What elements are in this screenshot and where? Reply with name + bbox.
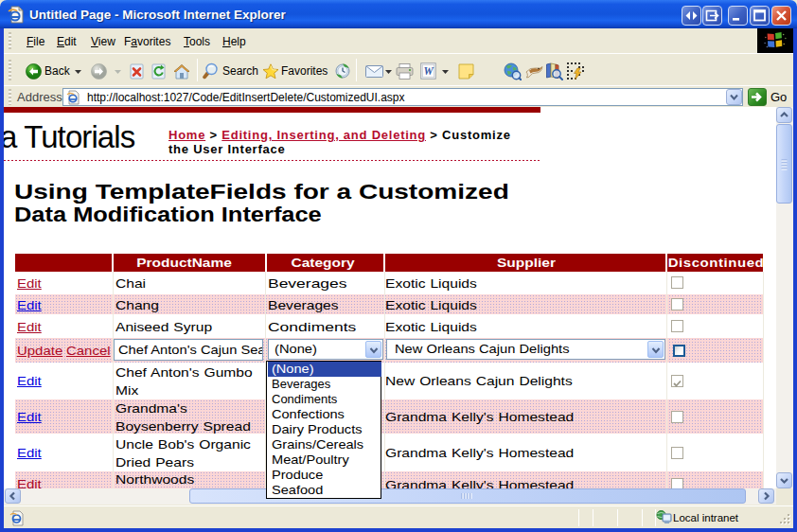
svg-text:W: W: [423, 65, 434, 77]
